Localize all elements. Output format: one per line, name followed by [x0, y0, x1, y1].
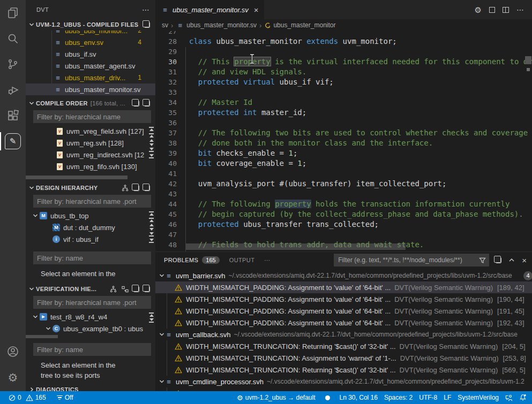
collapse-all-icon[interactable] [144, 185, 150, 191]
hierarchy-tree-icon[interactable] [110, 286, 117, 293]
file-item[interactable]: ≡ubus_if.sv [26, 48, 155, 60]
settings-gear-icon[interactable]: ⚙ [0, 364, 26, 390]
close-panel-icon[interactable]: × [522, 256, 527, 265]
breadcrumb-root[interactable]: sv [162, 21, 168, 29]
line-number[interactable]: 41 [155, 169, 177, 179]
line-number[interactable]: 40 [155, 158, 177, 169]
line-number[interactable]: 46 [155, 219, 177, 230]
encoding-status[interactable]: UTF-8 [416, 394, 440, 401]
code-line[interactable]: 39 bit checks_enable = 1; [155, 148, 532, 158]
problem-row[interactable]: WIDTH_MISMATCH_TRUNCATION: Returning '$c… [155, 364, 532, 376]
code-editor[interactable]: 2728class ubus_master_monitor extends uv… [155, 31, 532, 251]
code-line[interactable]: 45 // begin captured (by the collect_add… [155, 209, 532, 219]
layout-icon[interactable] [489, 7, 495, 13]
code-line[interactable]: 27 [155, 31, 532, 36]
line-number[interactable]: 31 [155, 67, 177, 77]
scroll-page-up-icon[interactable] [149, 217, 154, 222]
line-number[interactable]: 29 [155, 47, 177, 57]
indentation-status[interactable]: Spaces: 2 [381, 394, 416, 401]
line-number[interactable]: 44 [155, 199, 177, 209]
scroll-bottom-icon[interactable] [149, 154, 154, 159]
scroll-page-up-icon[interactable] [149, 133, 154, 138]
hierarchy-tree-icon[interactable] [122, 185, 129, 192]
code-line[interactable]: 29 [155, 47, 532, 57]
problems-filter-input[interactable] [337, 256, 476, 264]
line-number[interactable]: 27 [155, 31, 177, 36]
run-settings-gear-icon[interactable]: ⚙ [475, 6, 482, 14]
line-number[interactable]: 37 [155, 128, 177, 138]
compile-order-filter-input[interactable] [33, 110, 151, 123]
line-number[interactable]: 35 [155, 108, 177, 118]
design-name-filter-input[interactable] [33, 251, 151, 264]
design-node[interactable]: ivif : ubus_if [26, 233, 155, 245]
design-node[interactable]: Mdut : dut_dummy [26, 222, 155, 233]
problem-row[interactable]: SYSTEM_VERILOG-2012: Expecting 'ifdef' l… [155, 387, 532, 391]
line-number[interactable]: 32 [155, 77, 177, 87]
breadcrumb-symbol[interactable]: ubus_master_monitor [264, 21, 335, 29]
line-number[interactable]: 39 [155, 148, 177, 158]
code-line[interactable]: 33 [155, 87, 532, 97]
line-number[interactable]: 34 [155, 97, 177, 108]
file-item[interactable]: ≡ubus_master_agent.sv [26, 60, 155, 72]
line-number[interactable]: 33 [155, 87, 177, 97]
verification-node[interactable]: ▶test_r8_w8_r4_w4 [26, 311, 155, 323]
scroll-page-down-icon[interactable] [149, 232, 154, 237]
problems-status[interactable]: 0 165 [5, 391, 49, 404]
section-diagnostics[interactable]: DIAGNOSTICS [26, 384, 155, 391]
run-debug-icon[interactable] [0, 77, 26, 103]
cursor-position-status[interactable]: Ln 30, Col 16 [336, 394, 381, 401]
scroll-up-icon[interactable] [149, 139, 154, 142]
compile-order-item[interactable]: vuvm_reg_fifo.svh [130] [26, 161, 155, 172]
eol-status[interactable]: LF [440, 394, 454, 401]
dvt-icon[interactable]: ✎ [0, 128, 26, 154]
code-line[interactable]: 32 protected virtual ubus_if vif; [155, 77, 532, 87]
notifications-bell-icon[interactable] [516, 394, 527, 401]
map-to-icon[interactable] [122, 286, 129, 293]
compile-order-item[interactable]: vuvm_reg_indirect.svh [12 [26, 149, 155, 161]
tab-output[interactable]: OUTPUT [229, 257, 255, 263]
section-compile-order[interactable]: COMPILE ORDER [166 total, ... [26, 97, 155, 109]
scroll-bottom-icon[interactable] [149, 239, 154, 243]
explorer-icon[interactable] [0, 0, 26, 26]
horizontal-scrollbar[interactable] [26, 335, 58, 338]
code-line[interactable]: 36 [155, 118, 532, 128]
problem-group-row[interactable]: ≡uvm_callback.svh~/.vscode/extensions/am… [155, 329, 532, 340]
panel-more-tabs-icon[interactable]: ⋯ [264, 257, 270, 264]
line-number[interactable]: 42 [155, 179, 177, 189]
sidebar-more-actions-icon[interactable]: ⋯ [142, 5, 150, 14]
filter-funnel-icon[interactable] [479, 257, 486, 264]
extensions-icon[interactable] [0, 103, 26, 128]
file-item[interactable]: ≡ubus_master_monitor.sv [26, 83, 155, 95]
expand-all-icon[interactable] [133, 101, 139, 106]
line-number[interactable]: 43 [155, 189, 177, 199]
code-line[interactable]: 47 [155, 230, 532, 240]
expand-all-icon[interactable] [133, 185, 139, 191]
tab-ubus-master-monitor[interactable]: ≡ ubus_master_monitor.sv × [155, 0, 264, 19]
horizontal-scrollbar[interactable] [26, 176, 128, 179]
scroll-up-icon[interactable] [149, 224, 154, 226]
account-icon[interactable] [0, 339, 26, 364]
problem-group-row[interactable]: ≡uvm_barrier.svh~/.vscode/extensions/ami… [155, 270, 532, 281]
scroll-bottom-icon[interactable] [149, 318, 154, 323]
design-node[interactable]: Mubus_tb_top [26, 210, 155, 222]
code-line[interactable]: 42 uvm_analysis_port #(ubus_transfer) it… [155, 179, 532, 189]
problem-row[interactable]: WIDTH_MISMATCH_PADDING: Assignment to 'v… [155, 281, 532, 293]
language-status-dot[interactable] [322, 395, 333, 400]
code-line[interactable]: 40 bit coverage_enable = 1; [155, 158, 532, 169]
code-line[interactable]: 37 // The following two bits are used to… [155, 128, 532, 138]
expand-all-icon[interactable] [133, 286, 139, 292]
problem-row[interactable]: WIDTH_MISMATCH_PADDING: Assignment to 'v… [155, 293, 532, 305]
problem-row[interactable]: WIDTH_MISMATCH_TRUNCATION: Assignment to… [155, 352, 532, 364]
line-number[interactable]: 48 [155, 240, 177, 250]
file-item[interactable]: ≡ubus_env.sv4 [26, 36, 155, 48]
open-in-editor-icon[interactable] [496, 257, 501, 263]
code-line[interactable]: 28class ubus_master_monitor extends uvm_… [155, 36, 532, 47]
tab-problems[interactable]: PROBLEMS 165 [164, 256, 220, 264]
vertical-scrollbar[interactable] [525, 56, 531, 64]
line-number[interactable]: 47 [155, 230, 177, 240]
scroll-top-icon[interactable] [149, 312, 154, 317]
code-line[interactable]: 30 // This property is the virtual inter… [155, 57, 532, 67]
problem-group-row[interactable]: ≡uvm_cmdline_processor.svh~/.vscode/exte… [155, 376, 532, 387]
code-line[interactable]: 35 protected int master_id; [155, 108, 532, 118]
problem-row[interactable]: WIDTH_MISMATCH_TRUNCATION: Returning '$c… [155, 340, 532, 352]
